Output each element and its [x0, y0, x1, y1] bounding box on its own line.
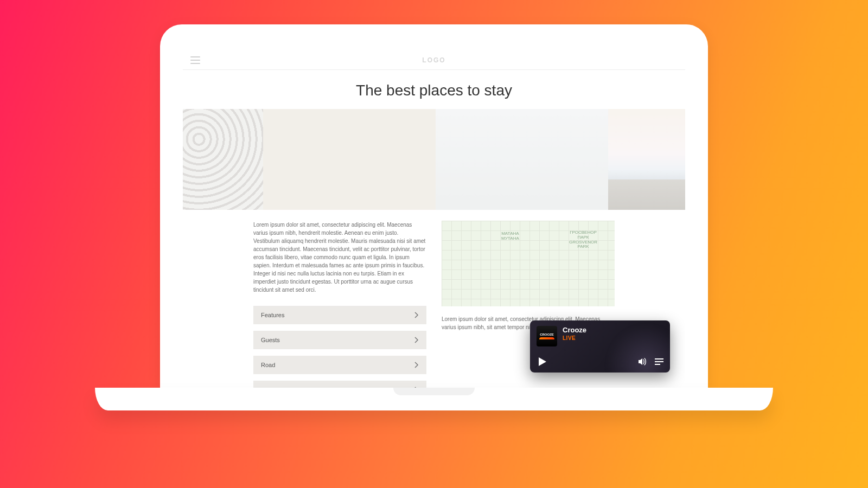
accordion: Features Guests Road: [253, 306, 426, 388]
audio-player: CROOZE Crooze LIVE: [530, 320, 670, 373]
chevron-right-icon: [414, 312, 419, 318]
menu-icon[interactable]: [190, 56, 200, 64]
gallery-image[interactable]: [183, 109, 263, 210]
listing-description: Lorem ipsum dolor sit amet, consectetur …: [253, 221, 426, 294]
map-label: ГРОСВЕНОРПАРКGROSVENORPARK: [569, 230, 597, 249]
brand-logo: LOGO: [183, 56, 685, 64]
image-gallery: [183, 109, 685, 210]
album-art: CROOZE: [537, 326, 557, 346]
laptop-base: [95, 388, 773, 410]
gallery-image[interactable]: [608, 109, 685, 210]
accordion-label: Features: [261, 312, 284, 318]
svg-rect-0: [655, 358, 663, 359]
map-preview[interactable]: МАТАНАМУТАНА ГРОСВЕНОРПАРКGROSVENORPARK: [442, 221, 615, 306]
chevron-right-icon: [414, 337, 419, 343]
accordion-label: Guests: [261, 337, 280, 343]
album-art-text: CROOZE: [540, 333, 554, 336]
accordion-item-features[interactable]: Features: [253, 306, 426, 324]
accordion-item-hostess[interactable]: Hostess: [253, 381, 426, 388]
accordion-item-guests[interactable]: Guests: [253, 331, 426, 349]
play-icon[interactable]: [537, 356, 547, 367]
gallery-image[interactable]: [263, 109, 436, 210]
accordion-item-road[interactable]: Road: [253, 356, 426, 374]
page-title: The best places to stay: [183, 70, 685, 109]
embedded-page: LOGO The best places to stay Lorem ipsum…: [183, 50, 685, 388]
laptop-mockup: LOGO The best places to stay Lorem ipsum…: [160, 24, 708, 410]
chevron-right-icon: [414, 362, 419, 368]
gallery-image[interactable]: [436, 109, 608, 210]
laptop-notch: [393, 388, 475, 395]
topbar: LOGO: [183, 50, 685, 70]
map-label: МАТАНАМУТАНА: [501, 232, 519, 241]
live-badge: LIVE: [563, 335, 586, 341]
laptop-lid: LOGO The best places to stay Lorem ipsum…: [160, 24, 708, 388]
volume-icon[interactable]: [637, 357, 647, 367]
svg-rect-1: [655, 361, 663, 362]
playlist-icon[interactable]: [655, 358, 663, 365]
left-column: Lorem ipsum dolor sit amet, consectetur …: [253, 221, 426, 388]
accordion-label: Road: [261, 362, 275, 368]
svg-rect-2: [655, 364, 660, 365]
track-title: Crooze: [563, 326, 586, 334]
